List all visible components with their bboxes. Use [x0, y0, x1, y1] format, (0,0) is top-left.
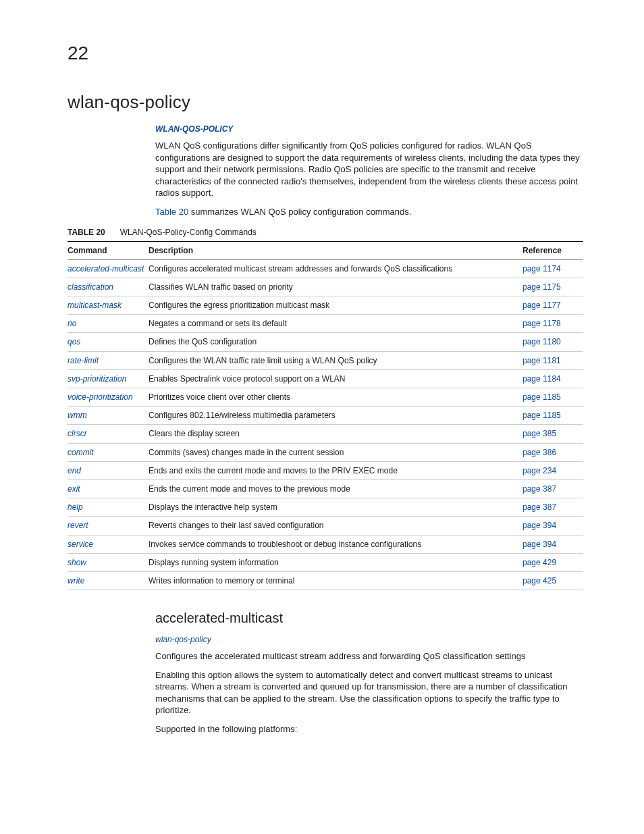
command-link[interactable]: qos	[68, 337, 80, 346]
subsection-title: accelerated-multicast	[155, 609, 583, 627]
context-link-upper[interactable]: WLAN-QOS-POLICY	[155, 124, 583, 134]
sub-paragraph-2: Enabling this option allows the system t…	[155, 669, 583, 716]
command-link[interactable]: no	[68, 319, 76, 328]
table-row: classificationClassifies WLAN traffic ba…	[68, 278, 583, 296]
reference-link[interactable]: page 1180	[522, 337, 561, 346]
command-link[interactable]: classification	[68, 282, 113, 292]
reference-cell: page 1181	[522, 351, 583, 369]
command-cell: voice-prioritization	[68, 388, 149, 407]
description-cell: Prioritizes voice client over other clie…	[149, 388, 522, 407]
command-cell: show	[68, 553, 149, 571]
description-cell: Configures accelerated multicast stream …	[149, 259, 522, 278]
command-link[interactable]: clrscr	[68, 429, 87, 438]
table-row: multicast-maskConfigures the egress prio…	[68, 296, 583, 315]
reference-link[interactable]: page 429	[522, 558, 556, 567]
context-link-lower[interactable]: wlan-qos-policy	[155, 634, 583, 645]
reference-cell: page 234	[522, 461, 583, 479]
command-cell: accelerated-multicast	[68, 259, 149, 278]
command-link[interactable]: voice-prioritization	[68, 392, 133, 402]
reference-link[interactable]: page 234	[522, 466, 556, 475]
command-cell: svp-prioritization	[68, 369, 149, 388]
command-link[interactable]: wmm	[68, 411, 87, 420]
command-link[interactable]: accelerated-multicast	[68, 264, 144, 273]
page-title: wlan-qos-policy	[68, 90, 583, 114]
table-row: writeWrites information to memory or ter…	[68, 571, 583, 590]
command-cell: revert	[68, 517, 149, 535]
reference-cell: page 387	[522, 498, 583, 517]
reference-link[interactable]: page 1185	[522, 392, 561, 402]
table-row: wmmConfigures 802.11e/wireless multimedi…	[68, 407, 583, 425]
reference-cell: page 394	[522, 517, 583, 535]
command-cell: service	[68, 535, 149, 553]
reference-cell: page 1180	[522, 333, 583, 351]
reference-link[interactable]: page 387	[522, 502, 556, 512]
command-link[interactable]: write	[68, 576, 84, 585]
summary-sentence-rest: summarizes WLAN QoS policy configuration…	[188, 207, 411, 217]
reference-link[interactable]: page 1184	[522, 374, 561, 384]
command-link[interactable]: svp-prioritization	[68, 374, 126, 384]
command-link[interactable]: service	[68, 540, 93, 549]
reference-cell: page 387	[522, 479, 583, 498]
command-cell: help	[68, 498, 149, 517]
description-cell: Ends the current mode and moves to the p…	[149, 479, 522, 498]
table-row: exitEnds the current mode and moves to t…	[68, 479, 583, 498]
description-cell: Commits (saves) changes made in the curr…	[149, 443, 522, 461]
table-row: endEnds and exits the current mode and m…	[68, 461, 583, 479]
reference-link[interactable]: page 1181	[522, 356, 561, 365]
table-row: helpDisplays the interactive help system…	[68, 498, 583, 517]
summary-sentence: Table 20 summarizes WLAN QoS policy conf…	[155, 206, 583, 218]
command-cell: exit	[68, 479, 149, 498]
reference-link[interactable]: page 1177	[522, 301, 561, 310]
reference-link[interactable]: page 385	[522, 429, 556, 438]
col-header-description: Description	[149, 241, 522, 259]
table-title: WLAN-QoS-Policy-Config Commands	[120, 228, 257, 237]
command-cell: classification	[68, 278, 149, 296]
reference-cell: page 394	[522, 535, 583, 553]
description-cell: Classifies WLAN traffic based on priorit…	[149, 278, 522, 296]
sub-paragraph-1: Configures the accelerated multicast str…	[155, 650, 583, 662]
reference-cell: page 386	[522, 443, 583, 461]
reference-link[interactable]: page 1178	[522, 319, 561, 328]
command-link[interactable]: help	[68, 502, 83, 512]
description-cell: Ends and exits the current mode and move…	[149, 461, 522, 479]
reference-cell: page 1175	[522, 278, 583, 296]
reference-link[interactable]: page 387	[522, 484, 556, 494]
table-ref-link[interactable]: Table 20	[155, 207, 188, 217]
description-cell: Negates a command or sets its default	[149, 315, 522, 333]
reference-cell: page 1177	[522, 296, 583, 315]
reference-cell: page 1185	[522, 407, 583, 425]
col-header-command: Command	[68, 241, 149, 259]
description-cell: Enables Spectralink voice protocol suppo…	[149, 369, 522, 388]
chapter-number: 22	[68, 41, 583, 66]
table-row: serviceInvokes service commands to troub…	[68, 535, 583, 553]
command-link[interactable]: rate-limit	[68, 356, 99, 365]
command-link[interactable]: multicast-mask	[68, 301, 122, 310]
reference-link[interactable]: page 1174	[522, 264, 561, 273]
description-cell: Invokes service commands to troubleshoot…	[149, 535, 522, 553]
table-row: accelerated-multicastConfigures accelera…	[68, 259, 583, 278]
description-cell: Configures the WLAN traffic rate limit u…	[149, 351, 522, 369]
reference-link[interactable]: page 1175	[522, 282, 561, 292]
reference-cell: page 385	[522, 425, 583, 443]
table-row: showDisplays running system informationp…	[68, 553, 583, 571]
table-row: revertReverts changes to their last save…	[68, 517, 583, 535]
command-link[interactable]: revert	[68, 521, 88, 530]
reference-link[interactable]: page 425	[522, 576, 556, 585]
command-link[interactable]: end	[68, 466, 81, 475]
description-cell: Configures 802.11e/wireless multimedia p…	[149, 407, 522, 425]
command-cell: end	[68, 461, 149, 479]
command-link[interactable]: commit	[68, 448, 94, 457]
command-cell: wmm	[68, 407, 149, 425]
table-row: noNegates a command or sets its defaultp…	[68, 315, 583, 333]
reference-link[interactable]: page 386	[522, 448, 556, 457]
command-link[interactable]: exit	[68, 484, 80, 494]
table-row: commitCommits (saves) changes made in th…	[68, 443, 583, 461]
table-row: qosDefines the QoS configurationpage 118…	[68, 333, 583, 351]
table-row: clrscrClears the display screenpage 385	[68, 425, 583, 443]
command-link[interactable]: show	[68, 558, 86, 567]
description-cell: Writes information to memory or terminal	[149, 571, 522, 590]
reference-link[interactable]: page 394	[522, 540, 556, 549]
reference-link[interactable]: page 1185	[522, 411, 561, 420]
command-cell: write	[68, 571, 149, 590]
reference-link[interactable]: page 394	[522, 521, 556, 530]
